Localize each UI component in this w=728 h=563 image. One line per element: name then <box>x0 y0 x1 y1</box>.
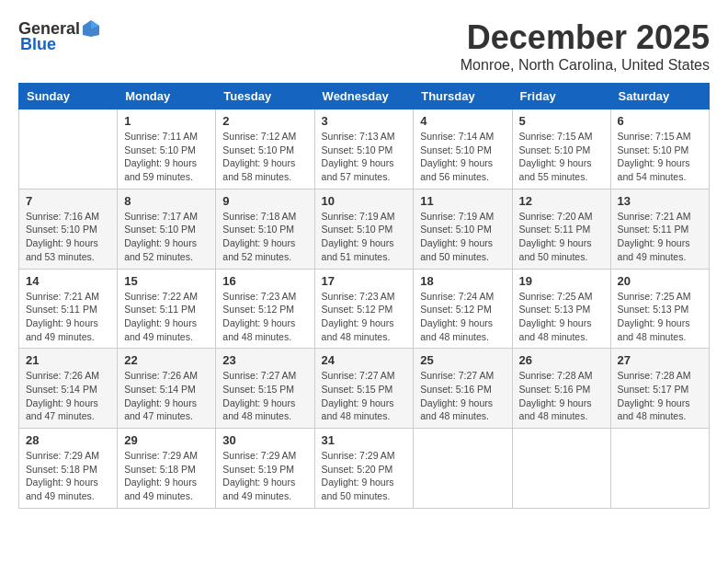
day-info: Sunrise: 7:12 AMSunset: 5:10 PMDaylight:… <box>222 130 307 184</box>
calendar-cell: 20 Sunrise: 7:25 AMSunset: 5:13 PMDaylig… <box>610 269 709 349</box>
week-row-2: 7 Sunrise: 7:16 AMSunset: 5:10 PMDayligh… <box>19 189 710 269</box>
column-header-thursday: Thursday <box>414 84 512 109</box>
day-number: 26 <box>519 353 604 367</box>
logo: General Blue <box>18 18 102 54</box>
calendar-cell <box>19 109 118 190</box>
calendar-cell: 27 Sunrise: 7:28 AMSunset: 5:17 PMDaylig… <box>610 349 709 429</box>
day-number: 7 <box>26 194 110 208</box>
calendar-cell: 17 Sunrise: 7:23 AMSunset: 5:12 PMDaylig… <box>314 269 414 349</box>
day-number: 9 <box>222 194 307 208</box>
day-number: 12 <box>519 194 604 208</box>
column-header-monday: Monday <box>118 84 216 109</box>
day-info: Sunrise: 7:25 AMSunset: 5:13 PMDaylight:… <box>618 290 702 344</box>
calendar-cell: 10 Sunrise: 7:19 AMSunset: 5:10 PMDaylig… <box>314 189 414 269</box>
day-number: 1 <box>124 114 209 128</box>
day-number: 17 <box>322 274 407 288</box>
logo-blue-text: Blue <box>20 35 56 54</box>
day-number: 2 <box>222 114 307 128</box>
week-row-5: 28 Sunrise: 7:29 AMSunset: 5:18 PMDaylig… <box>19 429 710 509</box>
calendar-cell: 5 Sunrise: 7:15 AMSunset: 5:10 PMDayligh… <box>512 109 610 190</box>
day-number: 31 <box>322 433 407 447</box>
day-number: 6 <box>618 114 702 128</box>
calendar-cell <box>414 429 512 509</box>
day-number: 8 <box>124 194 209 208</box>
day-info: Sunrise: 7:15 AMSunset: 5:10 PMDaylight:… <box>618 130 702 184</box>
day-number: 16 <box>222 274 307 288</box>
page-header: General Blue December 2025 Monroe, North… <box>18 18 710 74</box>
day-info: Sunrise: 7:27 AMSunset: 5:15 PMDaylight:… <box>322 369 407 423</box>
day-info: Sunrise: 7:17 AMSunset: 5:10 PMDaylight:… <box>124 210 209 264</box>
day-number: 13 <box>618 194 702 208</box>
day-info: Sunrise: 7:23 AMSunset: 5:12 PMDaylight:… <box>222 290 307 344</box>
day-info: Sunrise: 7:18 AMSunset: 5:10 PMDaylight:… <box>222 210 307 264</box>
day-info: Sunrise: 7:19 AMSunset: 5:10 PMDaylight:… <box>322 210 407 264</box>
day-info: Sunrise: 7:16 AMSunset: 5:10 PMDaylight:… <box>26 210 110 264</box>
calendar-cell: 6 Sunrise: 7:15 AMSunset: 5:10 PMDayligh… <box>610 109 709 190</box>
calendar-cell: 22 Sunrise: 7:26 AMSunset: 5:14 PMDaylig… <box>118 349 216 429</box>
calendar-cell: 3 Sunrise: 7:13 AMSunset: 5:10 PMDayligh… <box>314 109 414 190</box>
day-number: 5 <box>519 114 604 128</box>
calendar-cell: 14 Sunrise: 7:21 AMSunset: 5:11 PMDaylig… <box>19 269 118 349</box>
calendar-header-row: SundayMondayTuesdayWednesdayThursdayFrid… <box>19 84 710 109</box>
calendar-cell <box>610 429 709 509</box>
day-number: 27 <box>618 353 702 367</box>
week-row-4: 21 Sunrise: 7:26 AMSunset: 5:14 PMDaylig… <box>19 349 710 429</box>
week-row-3: 14 Sunrise: 7:21 AMSunset: 5:11 PMDaylig… <box>19 269 710 349</box>
day-number: 11 <box>420 194 505 208</box>
calendar-cell: 31 Sunrise: 7:29 AMSunset: 5:20 PMDaylig… <box>314 429 414 509</box>
calendar-cell: 18 Sunrise: 7:24 AMSunset: 5:12 PMDaylig… <box>414 269 512 349</box>
calendar-cell: 9 Sunrise: 7:18 AMSunset: 5:10 PMDayligh… <box>216 189 314 269</box>
day-number: 21 <box>26 353 110 367</box>
calendar-cell: 30 Sunrise: 7:29 AMSunset: 5:19 PMDaylig… <box>216 429 314 509</box>
calendar-cell: 26 Sunrise: 7:28 AMSunset: 5:16 PMDaylig… <box>512 349 610 429</box>
day-number: 14 <box>26 274 110 288</box>
day-info: Sunrise: 7:28 AMSunset: 5:16 PMDaylight:… <box>519 369 604 423</box>
day-info: Sunrise: 7:27 AMSunset: 5:15 PMDaylight:… <box>222 369 307 423</box>
day-number: 22 <box>124 353 209 367</box>
calendar-cell: 16 Sunrise: 7:23 AMSunset: 5:12 PMDaylig… <box>216 269 314 349</box>
day-info: Sunrise: 7:15 AMSunset: 5:10 PMDaylight:… <box>519 130 604 184</box>
calendar-cell: 11 Sunrise: 7:19 AMSunset: 5:10 PMDaylig… <box>414 189 512 269</box>
day-info: Sunrise: 7:23 AMSunset: 5:12 PMDaylight:… <box>322 290 407 344</box>
day-number: 15 <box>124 274 209 288</box>
calendar-cell: 29 Sunrise: 7:29 AMSunset: 5:18 PMDaylig… <box>118 429 216 509</box>
logo-icon <box>81 18 101 39</box>
calendar-cell: 21 Sunrise: 7:26 AMSunset: 5:14 PMDaylig… <box>19 349 118 429</box>
day-number: 24 <box>322 353 407 367</box>
day-info: Sunrise: 7:29 AMSunset: 5:18 PMDaylight:… <box>124 449 209 503</box>
day-info: Sunrise: 7:20 AMSunset: 5:11 PMDaylight:… <box>519 210 604 264</box>
day-number: 4 <box>420 114 505 128</box>
day-info: Sunrise: 7:28 AMSunset: 5:17 PMDaylight:… <box>618 369 702 423</box>
calendar-cell: 19 Sunrise: 7:25 AMSunset: 5:13 PMDaylig… <box>512 269 610 349</box>
day-number: 23 <box>222 353 307 367</box>
day-info: Sunrise: 7:21 AMSunset: 5:11 PMDaylight:… <box>618 210 702 264</box>
day-info: Sunrise: 7:25 AMSunset: 5:13 PMDaylight:… <box>519 290 604 344</box>
day-info: Sunrise: 7:26 AMSunset: 5:14 PMDaylight:… <box>124 369 209 423</box>
calendar-cell: 1 Sunrise: 7:11 AMSunset: 5:10 PMDayligh… <box>118 109 216 190</box>
day-info: Sunrise: 7:29 AMSunset: 5:18 PMDaylight:… <box>26 449 110 503</box>
day-info: Sunrise: 7:29 AMSunset: 5:20 PMDaylight:… <box>322 449 407 503</box>
calendar-cell: 4 Sunrise: 7:14 AMSunset: 5:10 PMDayligh… <box>414 109 512 190</box>
column-header-sunday: Sunday <box>19 84 118 109</box>
column-header-friday: Friday <box>512 84 610 109</box>
calendar-cell: 24 Sunrise: 7:27 AMSunset: 5:15 PMDaylig… <box>314 349 414 429</box>
title-area: December 2025 Monroe, North Carolina, Un… <box>461 18 710 74</box>
column-header-wednesday: Wednesday <box>314 84 414 109</box>
day-info: Sunrise: 7:29 AMSunset: 5:19 PMDaylight:… <box>222 449 307 503</box>
calendar-cell <box>512 429 610 509</box>
day-number: 10 <box>322 194 407 208</box>
calendar-cell: 15 Sunrise: 7:22 AMSunset: 5:11 PMDaylig… <box>118 269 216 349</box>
day-number: 19 <box>519 274 604 288</box>
day-info: Sunrise: 7:14 AMSunset: 5:10 PMDaylight:… <box>420 130 505 184</box>
calendar-cell: 25 Sunrise: 7:27 AMSunset: 5:16 PMDaylig… <box>414 349 512 429</box>
month-title: December 2025 <box>461 18 710 57</box>
calendar-cell: 23 Sunrise: 7:27 AMSunset: 5:15 PMDaylig… <box>216 349 314 429</box>
day-number: 25 <box>420 353 505 367</box>
day-number: 18 <box>420 274 505 288</box>
calendar-cell: 12 Sunrise: 7:20 AMSunset: 5:11 PMDaylig… <box>512 189 610 269</box>
day-number: 29 <box>124 433 209 447</box>
calendar-body: 1 Sunrise: 7:11 AMSunset: 5:10 PMDayligh… <box>19 109 710 509</box>
day-number: 20 <box>618 274 702 288</box>
day-info: Sunrise: 7:27 AMSunset: 5:16 PMDaylight:… <box>420 369 505 423</box>
day-info: Sunrise: 7:13 AMSunset: 5:10 PMDaylight:… <box>322 130 407 184</box>
